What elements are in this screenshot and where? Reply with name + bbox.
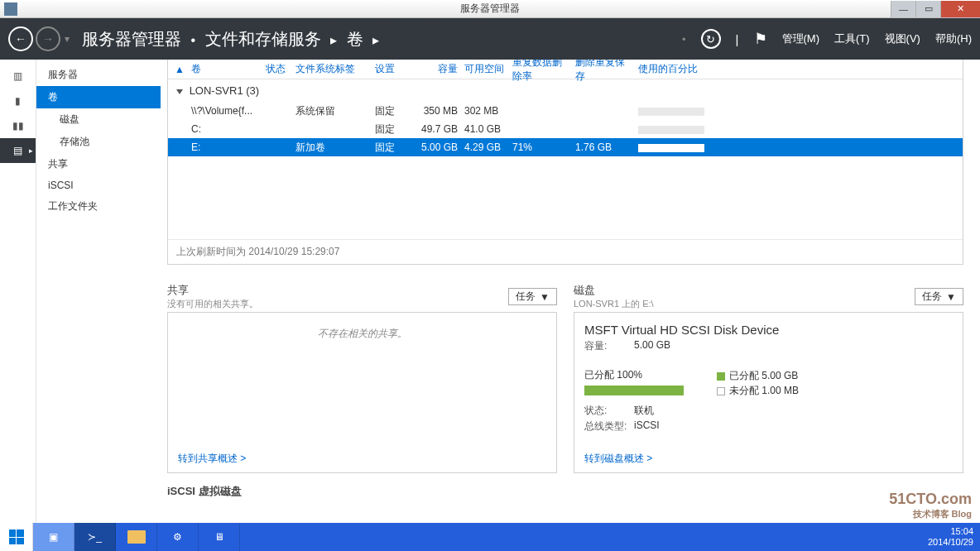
cell-free: 41.0 GB [461,123,509,135]
legend-unalloc-swatch [717,387,725,395]
cell-save: 1.76 GB [572,141,635,153]
cell-usage [635,105,718,117]
toolbar: ← → ▾ 服务器管理器 • 文件和存储服务 ▸ 卷 ▸ • ↻ | ⚑ 管理(… [0,18,980,60]
taskbar: ▣ ≻_ ⚙ 🖥 15:04 2014/10/29 [0,523,980,551]
cell-setting: 固定 [372,104,413,118]
task-app1[interactable]: ⚙ [157,523,199,551]
sidebar-item-workfolders[interactable]: 工作文件夹 [36,195,161,218]
alloc-bar [584,386,684,395]
col-fslabel[interactable]: 文件系统标签 [292,62,372,76]
sort-asc-icon[interactable]: ▲ [171,64,188,75]
flag-icon[interactable]: ⚑ [754,30,767,48]
volume-row[interactable]: C:固定49.7 GB41.0 GB [168,120,963,138]
refresh-icon[interactable]: ↻ [701,29,721,49]
maximize-button[interactable]: ▭ [915,1,940,17]
cell-vol: \\?\Volume{f... [188,105,262,117]
menu-manage[interactable]: 管理(M) [782,31,820,46]
col-setting[interactable]: 设置 [372,62,413,76]
menu-tools[interactable]: 工具(T) [834,31,870,46]
main-area: ▲ 卷 状态 文件系统标签 设置 容量 可用空间 重复数据删除率 删除重复保存 … [161,60,980,523]
goto-shares-link[interactable]: 转到共享概述 > [178,452,246,466]
breadcrumb-l1[interactable]: 文件和存储服务 [205,30,321,48]
task-servermanager[interactable]: ▣ [33,523,74,551]
chevron-right-icon: ▸ [372,33,379,47]
iconbar-dashboard[interactable]: ▥ [0,64,36,89]
bus-value: iSCSI [634,419,660,434]
col-dedup-save[interactable]: 删除重复保存 [572,60,635,84]
share-panel: 共享 没有可用的相关共享。 任务 ▼ 不存在相关的共享。 转到共享概述 > [167,283,557,473]
start-button[interactable] [0,523,33,551]
sidebar-item-volumes[interactable]: 卷 [36,86,161,108]
goto-disks-link[interactable]: 转到磁盘概述 > [584,452,652,466]
cell-dedup: 71% [509,141,572,153]
legend-alloc: 已分配 5.00 GB [729,370,798,381]
share-title: 共享 [167,283,258,298]
cell-vol: C: [188,123,262,135]
col-capacity[interactable]: 容量 [413,62,461,76]
cap-value: 5.00 GB [634,339,670,353]
col-dedup-rate[interactable]: 重复数据删除率 [509,60,572,84]
chevron-right-icon: ▸ [330,33,337,47]
cell-free: 302 MB [461,105,509,117]
cell-capacity: 5.00 GB [413,141,461,153]
breadcrumb: 服务器管理器 • 文件和存储服务 ▸ 卷 ▸ [82,28,384,50]
dropdown-icon: ▼ [540,291,550,303]
close-button[interactable]: ✕ [940,1,980,17]
sidebar-item-pools[interactable]: 存储池 [36,131,161,153]
iscsi-section-title: iSCSI 虚拟磁盘 [167,484,963,499]
sidebar-item-shares[interactable]: 共享 [36,153,161,175]
breadcrumb-app[interactable]: 服务器管理器 [82,30,181,48]
disk-subtitle: LON-SVR1 上的 E:\ [574,298,654,310]
chevron-right-icon: • [191,33,196,47]
sidebar-item-servers[interactable]: 服务器 [36,64,161,86]
col-volume[interactable]: 卷 [188,62,262,76]
system-tray[interactable]: 15:04 2014/10/29 [921,525,980,549]
menu-help[interactable]: 帮助(H) [935,31,972,46]
cell-usage [635,141,718,153]
tasks-label: 任务 [922,290,942,304]
cell-free: 4.29 GB [461,141,509,153]
col-usage[interactable]: 使用的百分比 [635,62,718,76]
share-subtitle: 没有可用的相关共享。 [167,298,258,310]
alloc-label: 已分配 100% [584,368,684,382]
disk-panel: 磁盘 LON-SVR1 上的 E:\ 任务 ▼ MSFT Virtual HD … [574,283,963,473]
iconbar-files[interactable]: ▤ [0,138,36,163]
icon-sidebar: ▥ ▮ ▮▮ ▤ [0,60,36,523]
minimize-button[interactable]: — [891,1,915,17]
task-explorer[interactable] [116,523,157,551]
forward-button[interactable]: → [36,26,60,51]
disk-tasks-button[interactable]: 任务 ▼ [915,288,963,305]
back-button[interactable]: ← [8,26,33,51]
status-value: 联机 [634,404,654,418]
cell-fslabel: 新加卷 [292,141,372,155]
sidebar-item-disks[interactable]: 磁盘 [36,108,161,131]
cell-capacity: 49.7 GB [413,123,461,135]
status-label: 状态: [584,404,634,418]
expand-icon[interactable] [176,89,183,94]
task-powershell[interactable]: ≻_ [74,523,116,551]
share-tasks-button[interactable]: 任务 ▼ [508,288,557,305]
disk-device: MSFT Virtual HD SCSI Disk Device [584,323,953,337]
history-dropdown-icon[interactable]: ▾ [65,33,70,45]
cell-setting: 固定 [372,122,413,137]
app-icon [4,2,17,16]
volume-row[interactable]: \\?\Volume{f...系统保留固定350 MB302 MB [168,102,963,120]
task-app2[interactable]: 🖥 [199,523,240,551]
window-title: 服务器管理器 [460,2,520,16]
breadcrumb-l2[interactable]: 卷 [347,30,363,48]
share-empty: 不存在相关的共享。 [178,327,546,341]
menu-view[interactable]: 视图(V) [885,31,920,46]
cell-capacity: 350 MB [413,105,461,117]
cell-fslabel: 系统保留 [292,104,372,118]
legend-alloc-swatch [717,372,725,381]
volume-row[interactable]: E:新加卷固定5.00 GB4.29 GB71%1.76 GB [168,138,963,156]
bus-label: 总线类型: [584,419,634,434]
sidebar-item-iscsi[interactable]: iSCSI [36,175,161,195]
cap-label: 容量: [584,339,634,353]
cell-vol: E: [188,141,262,153]
iconbar-local[interactable]: ▮ [0,89,36,113]
col-free[interactable]: 可用空间 [461,62,509,76]
iconbar-all[interactable]: ▮▮ [0,113,36,138]
refresh-time: 上次刷新时间为 2014/10/29 15:29:07 [168,239,963,264]
col-status[interactable]: 状态 [262,62,292,76]
